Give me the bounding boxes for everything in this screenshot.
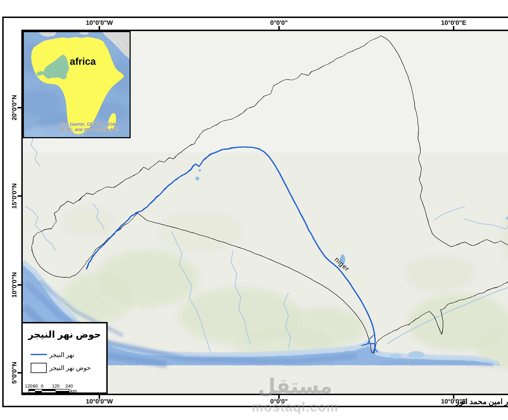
grid-label-top-10e: 10°0'0"E [441,19,466,26]
legend-basin-symbol [31,363,47,373]
scalebar-unit: km [70,388,77,394]
legend-river-symbol [31,354,47,355]
scalebar-label-2: 0 [41,383,43,389]
student-credit-text: إعداد الطالب: عمر امين محمد انور [456,397,508,406]
grid-tick-left-10n [17,284,21,286]
inset-attribution-line1: Esri, Garmin, GEBCO, NOAA [48,122,130,127]
map-document: niger Esri, Garmin, GEBCO, NOAA NGDC, an… [0,0,508,420]
inset-attribution: Esri, Garmin, GEBCO, NOAA NGDC, and othe… [48,122,130,132]
scalebar-label-0: 120 [25,383,32,389]
legend-river-label: نهر النيجر [49,351,74,358]
inset-svg [24,32,130,137]
grid-label-top-10w: 10°0'0"W [86,19,113,26]
legend-title: حوض نهر النيجر [23,329,106,340]
inset-overview-map: africa Esri, Garmin, GEBCO, NOAA NGDC, a… [23,31,131,138]
watermark-domain: mostaql.com [252,399,339,414]
legend: حوض نهر النيجر نهر النيجر حوض نهر النيجر… [21,322,108,394]
grid-label-left-5n: 5°0'0"N [11,362,18,384]
grid-label-left-10n: 10°0'0"N [11,272,18,298]
grid-tick-top-10w [99,26,100,30]
grid-tick-top-10e [453,26,454,30]
grid-label-top-0: 0°0'0" [270,19,288,26]
grid-tick-left-5n [17,372,21,374]
grid-tick-left-20n [17,107,21,108]
grid-tick-top-0 [278,26,280,30]
grid-tick-bottom-10e [453,395,454,399]
grid-label-left-20n: 20°0'0"N [11,95,18,120]
scalebar [29,389,70,393]
scalebar-label-3: 120 [52,383,60,389]
inset-africa-label: africa [70,56,96,67]
inset-attribution-line2: NGDC, and other contributors [48,127,130,132]
watermark-arabic: مستقل [258,374,332,398]
grid-label-left-15n: 15°0'0"N [11,183,18,209]
scalebar-label-1: 60 [33,383,38,389]
grid-tick-bottom-10w [99,395,100,399]
legend-basin-label: حوض نهر النيجر [49,364,91,371]
scalebar-label-4: 240 [65,383,73,389]
grid-tick-left-15n [17,195,21,197]
